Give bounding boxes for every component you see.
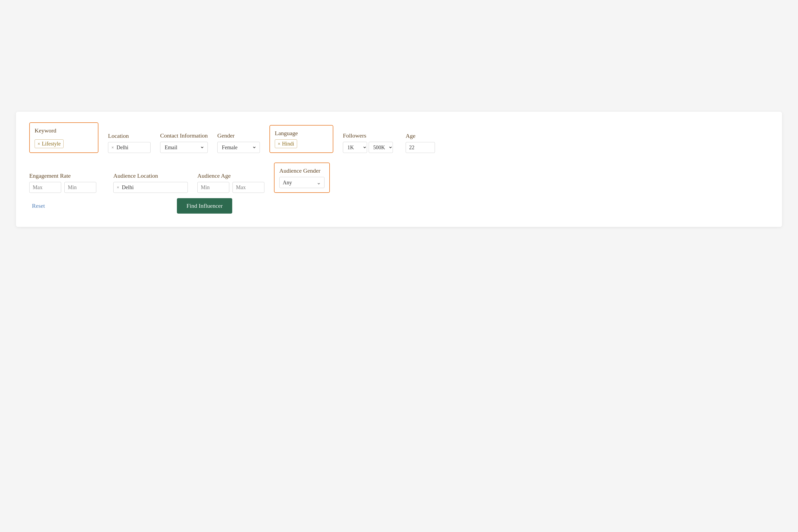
keyword-tag-lifestyle-text: Lifestyle (42, 141, 61, 147)
filter-row-2: Engagement Rate Audience Location × Delh… (29, 163, 769, 193)
language-tag-hindi[interactable]: × Hindi (275, 139, 297, 148)
audience-gender-label: Audience Gender (279, 167, 324, 174)
language-label: Language (275, 130, 328, 137)
audience-location-tag-delhi-close-icon[interactable]: × (117, 185, 119, 190)
reset-link[interactable]: Reset (32, 203, 45, 209)
audience-location-label: Audience Location (113, 172, 188, 179)
followers-group: Followers 1K 5K 10K 50K 100K 500K 1M 5M … (343, 132, 396, 153)
location-tag-delhi-text: Delhi (116, 145, 128, 151)
age-label: Age (406, 132, 435, 139)
location-label: Location (108, 132, 151, 139)
gender-select[interactable]: Any Male Female Other (217, 142, 260, 153)
followers-max-select[interactable]: 500K 1M 5M 10M (369, 142, 393, 153)
contact-information-label: Contact Information (160, 132, 208, 139)
audience-location-group: Audience Location × Delhi (113, 172, 188, 193)
keyword-tag-lifestyle-close-icon[interactable]: × (38, 141, 40, 146)
age-input[interactable] (406, 142, 435, 153)
audience-gender-select[interactable]: Any ⌄ (279, 177, 324, 188)
engagement-rate-group: Engagement Rate (29, 172, 104, 193)
engagement-rate-label: Engagement Rate (29, 172, 104, 179)
location-input[interactable]: × Delhi (108, 142, 151, 153)
location-tag-delhi-close-icon[interactable]: × (111, 145, 114, 150)
engagement-rate-min-input[interactable] (64, 182, 96, 193)
audience-location-tag-delhi-text: Delhi (122, 184, 134, 190)
gender-label: Gender (217, 132, 260, 139)
keyword-label: Keyword (35, 127, 93, 134)
age-group: Age (406, 132, 435, 153)
language-tag-input[interactable]: × Hindi (275, 139, 328, 148)
audience-age-max-input[interactable] (232, 182, 264, 193)
audience-age-min-input[interactable] (197, 182, 229, 193)
contact-information-select[interactable]: Email Phone Both (160, 142, 208, 153)
keyword-group: Keyword × Lifestyle (29, 122, 98, 153)
contact-information-dropdown[interactable]: Email Phone Both (164, 144, 204, 151)
filter-panel: Keyword × Lifestyle Location × Delhi Con… (16, 112, 782, 227)
keyword-tag-lifestyle[interactable]: × Lifestyle (35, 139, 63, 148)
audience-age-group: Audience Age (197, 172, 264, 193)
engagement-rate-max-input[interactable] (29, 182, 61, 193)
keyword-tag-input[interactable]: × Lifestyle (35, 139, 93, 148)
audience-gender-value: Any (283, 179, 292, 186)
audience-location-input[interactable]: × Delhi (113, 182, 188, 193)
audience-gender-group: Audience Gender Any ⌄ (274, 163, 330, 193)
filter-row-1: Keyword × Lifestyle Location × Delhi Con… (29, 122, 769, 153)
find-influencer-button[interactable]: Find Influencer (177, 198, 232, 214)
language-tag-hindi-close-icon[interactable]: × (278, 141, 280, 146)
followers-range: 1K 5K 10K 50K 100K 500K 1M 5M 10M (343, 142, 396, 153)
engagement-rate-inputs (29, 182, 104, 193)
contact-information-group: Contact Information Email Phone Both (160, 132, 208, 153)
location-group: Location × Delhi (108, 132, 151, 153)
gender-dropdown[interactable]: Any Male Female Other (221, 144, 256, 151)
gender-group: Gender Any Male Female Other (217, 132, 260, 153)
followers-min-select[interactable]: 1K 5K 10K 50K 100K (343, 142, 367, 153)
filter-row-3: Reset Find Influencer (29, 198, 769, 214)
audience-age-label: Audience Age (197, 172, 264, 179)
followers-label: Followers (343, 132, 396, 139)
chevron-down-icon: ⌄ (317, 179, 321, 186)
audience-age-inputs (197, 182, 264, 193)
language-group: Language × Hindi (269, 125, 333, 153)
language-tag-hindi-text: Hindi (282, 141, 294, 147)
